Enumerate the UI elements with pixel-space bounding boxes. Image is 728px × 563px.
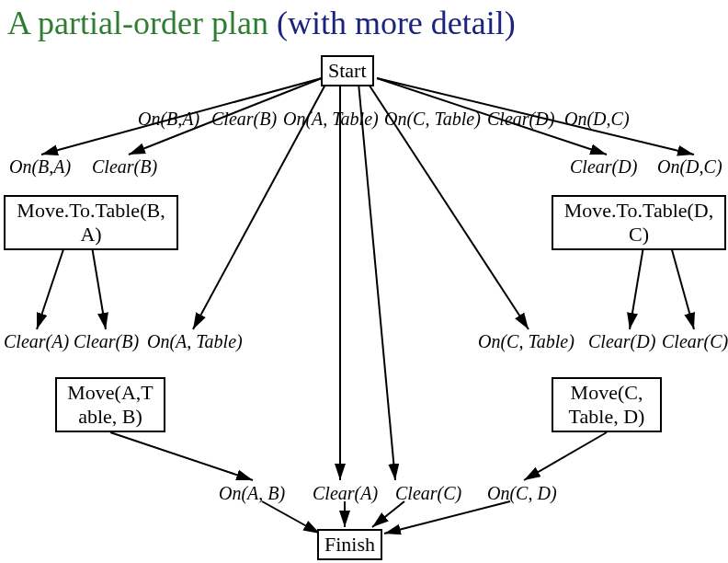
label-pre-clear-d-2: Clear(D) [588, 331, 655, 352]
node-move-a-table-b: Move(A,T able, B) [55, 377, 165, 432]
label-pre-clear-a: Clear(A) [4, 331, 69, 352]
label-pre-clear-d: Clear(D) [570, 156, 637, 178]
svg-line-10 [630, 247, 643, 329]
label-goal-on-c-d: On(C, D) [487, 483, 557, 504]
node-finish: Finish [317, 529, 382, 560]
title-part-1: A partial-order plan [7, 5, 268, 41]
label-start-on-d-c: On(D,C) [564, 109, 630, 130]
label-start-clear-d: Clear(D) [487, 109, 554, 130]
svg-line-13 [524, 432, 607, 480]
svg-line-11 [671, 247, 694, 329]
label-start-on-a-table: On(A, Table) [283, 109, 379, 130]
node-start: Start [321, 55, 374, 86]
label-pre-clear-b: Clear(B) [92, 156, 157, 178]
label-pre-on-c-table: On(C, Table) [478, 331, 574, 352]
label-pre-clear-c: Clear(C) [662, 331, 728, 352]
svg-line-14 [262, 501, 320, 534]
label-goal-clear-c: Clear(C) [395, 483, 461, 504]
slide-title: A partial-order plan (with more detail) [7, 4, 516, 42]
label-goal-clear-a: Clear(A) [313, 483, 378, 504]
svg-line-17 [384, 501, 510, 534]
label-start-on-b-a: On(B,A) [138, 109, 199, 130]
node-move-to-table-b-a: Move.To.Table(B, A) [4, 195, 178, 250]
label-pre-on-b-a: On(B,A) [9, 156, 71, 178]
svg-line-12 [110, 432, 253, 480]
label-pre-on-a-table: On(A, Table) [147, 331, 243, 352]
label-pre-on-d-c: On(D,C) [657, 156, 722, 178]
svg-line-9 [92, 247, 106, 329]
node-move-c-table-d: Move(C, Table, D) [552, 377, 662, 432]
label-start-clear-b: Clear(B) [211, 109, 277, 130]
svg-line-7 [358, 83, 395, 480]
svg-line-8 [37, 247, 64, 329]
label-pre-clear-b-2: Clear(B) [74, 331, 139, 352]
svg-line-16 [372, 501, 404, 527]
title-part-2: (with more detail) [277, 5, 516, 41]
label-goal-on-a-b: On(A, B) [219, 483, 285, 504]
node-move-to-table-d-c: Move.To.Table(D, C) [552, 195, 726, 250]
label-start-on-c-table: On(C, Table) [384, 109, 481, 130]
